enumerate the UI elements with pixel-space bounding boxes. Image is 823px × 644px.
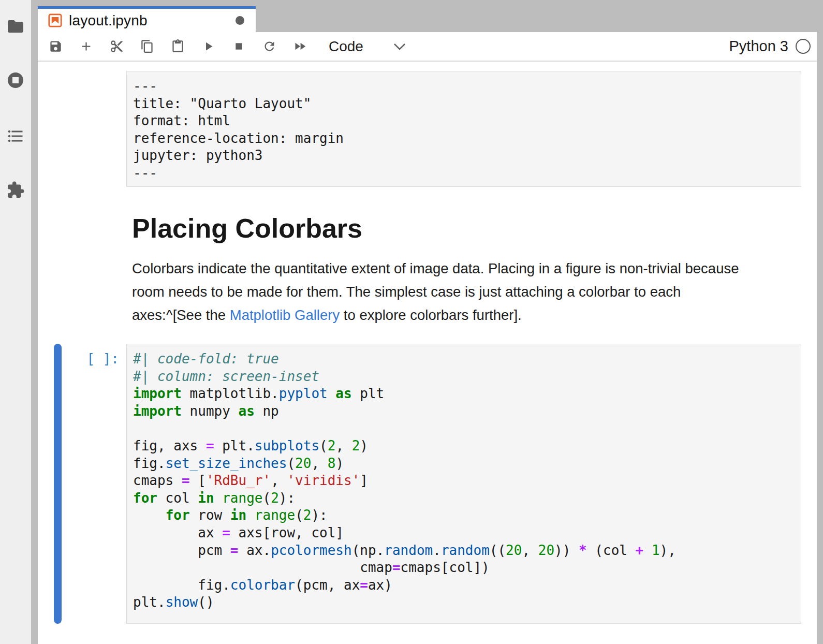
add-cell-icon[interactable] — [79, 39, 93, 53]
notebook-toolbar: Code Python 3 — [38, 32, 817, 62]
folder-icon[interactable] — [6, 17, 25, 36]
cell-type-label: Code — [329, 38, 363, 55]
notebook-panel: Code Python 3 ---title: "Quarto Layout"f… — [38, 32, 817, 644]
raw-cell[interactable]: ---title: "Quarto Layout"format: htmlref… — [126, 71, 801, 187]
markdown-heading: Placing Colorbars — [132, 214, 362, 243]
unsaved-dot-icon[interactable] — [236, 16, 244, 25]
cut-icon[interactable] — [110, 39, 124, 53]
cell-type-select[interactable]: Code — [329, 38, 406, 55]
notebook-file-icon — [48, 13, 62, 27]
run-icon[interactable] — [201, 39, 215, 53]
matplotlib-gallery-link[interactable]: Matplotlib Gallery — [230, 307, 340, 323]
activity-sidebar — [0, 0, 31, 644]
markdown-paragraph: Colorbars indicate the quantitative exte… — [132, 257, 810, 327]
save-icon[interactable] — [49, 39, 63, 53]
notebook-content: ---title: "Quarto Layout"format: htmlref… — [38, 63, 817, 644]
cell-input-prompt: [ ]: — [38, 351, 119, 367]
paste-icon[interactable] — [171, 39, 185, 53]
copy-icon[interactable] — [140, 39, 154, 53]
list-icon[interactable] — [6, 127, 25, 145]
tab-title: layout.ipynb — [69, 12, 148, 29]
stop-icon[interactable] — [232, 39, 246, 53]
kernel-status-icon[interactable] — [796, 39, 811, 54]
kernel-area: Python 3 — [729, 38, 817, 55]
run-all-icon[interactable] — [293, 39, 307, 53]
code-cell[interactable]: #| code-fold: true#| column: screen-inse… — [126, 344, 801, 624]
restart-kernel-icon[interactable] — [262, 39, 276, 53]
puzzle-icon[interactable] — [6, 181, 25, 199]
code-cell-code: #| code-fold: true#| column: screen-inse… — [127, 344, 801, 611]
chevron-down-icon — [393, 43, 406, 50]
kernel-name[interactable]: Python 3 — [729, 38, 788, 55]
active-cell-collapser[interactable] — [54, 344, 62, 624]
tab-layout-ipynb[interactable]: layout.ipynb — [38, 6, 256, 32]
stop-circle-icon[interactable] — [6, 71, 25, 90]
raw-cell-code: ---title: "Quarto Layout"format: htmlref… — [127, 71, 801, 182]
